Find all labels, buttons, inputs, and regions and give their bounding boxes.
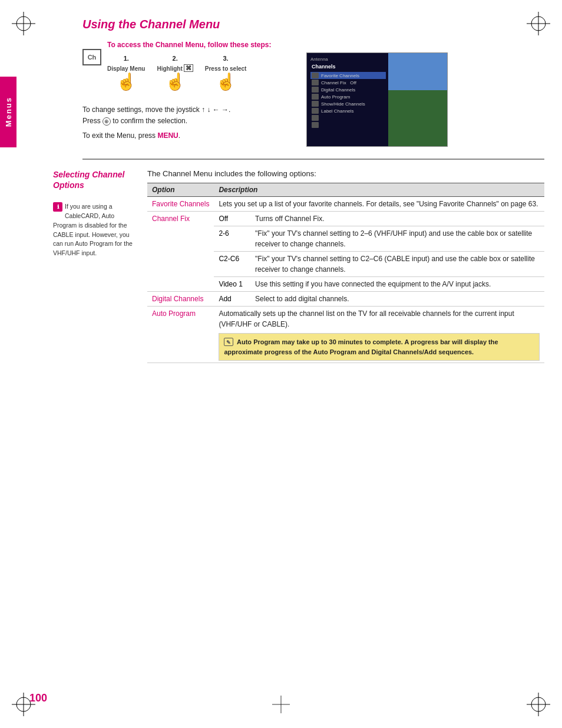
channel-table: Option Description Favorite Channels Let… <box>147 183 544 363</box>
exit-text: To exit the Menu, press MENU. <box>82 130 295 141</box>
tv-menu-fav: Favorite Channels <box>310 72 386 79</box>
tv-menu-digital: Digital Channels <box>310 86 386 93</box>
desc-26: "Fix" your TV's channel setting to 2–6 (… <box>250 226 544 252</box>
section-divider <box>82 159 544 160</box>
step-2-label: Highlight <box>157 65 182 72</box>
tv-menu-empty1 <box>310 114 386 121</box>
lower-section: Selecting Channel Options ℹ If you are u… <box>53 169 544 363</box>
step-3-number: 3. <box>223 55 229 62</box>
note-icon: ℹ <box>53 202 62 212</box>
steps-instruction: To access the Channel Menu, follow these… <box>107 41 295 49</box>
step-2: 2. Highlight ⌘ ☝️ <box>157 55 193 91</box>
option-fix: Channel Fix <box>147 212 214 292</box>
step-3: 3. Press to select ☝️ <box>205 55 247 91</box>
sidebar-label: Menus <box>4 97 13 127</box>
desc-fav: Lets you set up a list of your favorite … <box>214 197 544 212</box>
sub-v1: Video 1 <box>214 277 250 292</box>
col-option: Option <box>147 183 214 197</box>
center-bottom-mark <box>272 696 290 715</box>
desc-c2c6: "Fix" your TV's channel setting to C2–C6… <box>250 252 544 277</box>
sub-26: 2-6 <box>214 226 250 252</box>
confirm-btn: ⊕ <box>103 117 111 126</box>
highlight-note: ✎ Auto Program may take up to 30 minutes… <box>219 333 540 361</box>
tv-menu-show: Show/Hide Channels <box>310 100 386 107</box>
step-1-number: 1. <box>124 55 129 62</box>
table-row-digital: Digital Channels Add Select to add digit… <box>147 292 544 307</box>
table-row-fav: Favorite Channels Lets you set up a list… <box>147 197 544 212</box>
left-col: Selecting Channel Options ℹ If you are u… <box>53 169 147 363</box>
desc-off: Turns off Channel Fix. <box>250 212 544 226</box>
note-box: ℹ If you are using a CableCARD, Auto Pro… <box>53 202 135 258</box>
right-col: The Channel Menu includes the following … <box>147 169 544 363</box>
steps-row: 1. Display Menu ☝️ 2. Highlight ⌘ ☝️ <box>107 55 295 91</box>
main-content: Using the Channel Menu Ch To access the … <box>24 0 544 363</box>
option-auto: Auto Program <box>147 307 214 363</box>
sub-off: Off <box>214 212 250 226</box>
sub-add: Add <box>214 292 250 307</box>
steps-section: Ch To access the Channel Menu, follow th… <box>82 41 544 147</box>
section-heading: Selecting Channel Options <box>53 169 135 190</box>
step-2-number: 2. <box>173 55 178 62</box>
corner-mark-tl <box>12 12 35 35</box>
desc-auto: Automatically sets up the channel list o… <box>214 307 544 363</box>
tv-menu-overlay: Antenna Channels Favorite Channels Chann… <box>307 53 389 146</box>
sub-c2c6: C2-C6 <box>214 252 250 277</box>
corner-mark-br <box>527 693 550 716</box>
tv-screenshot: Antenna Channels Favorite Channels Chann… <box>306 52 448 147</box>
option-digital: Digital Channels <box>147 292 214 307</box>
page-number: 100 <box>29 692 47 704</box>
tv-menu-auto: Auto Program <box>310 93 386 100</box>
hand-icon-1: ☝️ <box>116 72 137 91</box>
corner-mark-tr <box>527 12 550 35</box>
step-1-label: Display Menu <box>107 65 145 72</box>
col-description: Description <box>214 183 544 197</box>
table-row-fix: Channel Fix Off Turns off Channel Fix. <box>147 212 544 226</box>
table-row-auto: Auto Program Automatically sets up the c… <box>147 307 544 363</box>
tv-antenna-label: Antenna <box>310 57 386 62</box>
highlight-note-text: Auto Program may take up to 30 minutes t… <box>224 338 498 355</box>
note-inline-icon: ✎ <box>224 338 233 346</box>
hand-icon-2: ☝️ <box>165 72 186 91</box>
tv-channels-title: Channels <box>310 64 386 70</box>
step-1: 1. Display Menu ☝️ <box>107 55 145 91</box>
option-fav: Favorite Channels <box>147 197 214 212</box>
sidebar-tab: Menus <box>0 77 16 147</box>
page-title: Using the Channel Menu <box>82 18 544 31</box>
tv-menu-label: Label Channels <box>310 107 386 114</box>
step-3-label: Press to select <box>205 65 247 72</box>
tv-landscape <box>388 53 447 146</box>
steps-left: Ch To access the Channel Menu, follow th… <box>82 41 295 147</box>
menu-word: MENU <box>157 131 178 140</box>
tv-menu-fix: Channel Fix Off <box>310 79 386 86</box>
side-note-text: If you are using a CableCARD, Auto Progr… <box>53 203 133 256</box>
tv-menu-empty2 <box>310 121 386 129</box>
desc-v1: Use this setting if you have connected t… <box>250 277 544 292</box>
section-intro: The Channel Menu includes the following … <box>147 169 544 178</box>
channel-icon: Ch <box>82 49 101 65</box>
joystick-text: To change settings, move the joystick ↑ … <box>82 104 295 127</box>
desc-add: Select to add digital channels. <box>250 292 544 307</box>
hand-icon-3: ☝️ <box>216 72 236 91</box>
